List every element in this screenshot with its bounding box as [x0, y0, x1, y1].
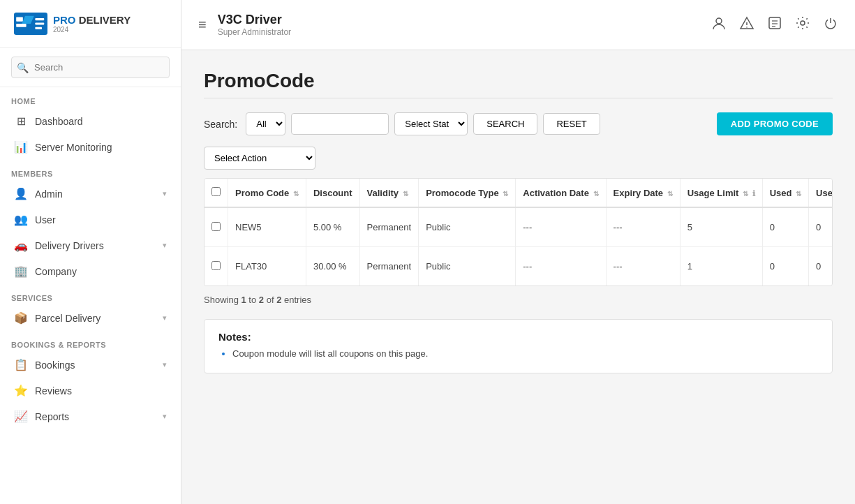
- promo-code-table-wrap: Promo Code ⇅ Discount Validity ⇅ Promoco…: [204, 178, 833, 286]
- sort-validity-icon[interactable]: ⇅: [403, 190, 408, 198]
- sidebar-item-parcel-delivery-label: Parcel Delivery: [35, 313, 101, 324]
- alert-icon[interactable]: [739, 15, 754, 34]
- row2-checkbox[interactable]: [211, 261, 221, 270]
- sidebar-item-company[interactable]: 🏢 Company: [0, 258, 181, 284]
- reports-icon: 📈: [14, 410, 28, 423]
- sidebar-item-admin[interactable]: 👤 Admin ▾: [0, 181, 181, 207]
- search-button[interactable]: SEARCH: [473, 113, 537, 135]
- sort-usage-icon[interactable]: ⇅: [743, 190, 748, 198]
- logo-icon: [14, 11, 47, 36]
- col-usage-limit: Usage Limit ⇅ ℹ: [680, 179, 762, 207]
- notes-title: Notes:: [218, 331, 818, 343]
- col-activation-date: Activation Date ⇅: [516, 179, 606, 207]
- col-checkbox: [205, 179, 228, 207]
- sidebar-item-user-label: User: [35, 214, 56, 225]
- select-all-checkbox[interactable]: [211, 187, 221, 196]
- row1-checkbox-cell: [205, 207, 228, 247]
- row2-validity: Permanent: [359, 247, 419, 286]
- showing-info: Showing 1 to 2 of 2 entries: [204, 295, 833, 305]
- row1-activation-date: ---: [516, 207, 606, 247]
- search-bar: Search: All Select Stat SEARCH RESET ADD…: [204, 112, 833, 135]
- row2-discount: 30.00 %: [306, 247, 359, 286]
- server-monitoring-icon: 📊: [14, 140, 28, 154]
- sort-type-icon[interactable]: ⇅: [503, 190, 508, 198]
- sidebar-search-input[interactable]: [11, 57, 170, 78]
- svg-point-10: [746, 27, 748, 28]
- row1-validity: Permanent: [359, 207, 419, 247]
- row1-expiry-date: ---: [606, 207, 680, 247]
- header-title-wrap: V3C Driver Super Administrator: [218, 13, 700, 37]
- company-icon: 🏢: [14, 265, 28, 278]
- reviews-icon: ⭐: [14, 384, 28, 397]
- sidebar-item-server-monitoring[interactable]: 📊 Server Monitoring: [0, 134, 181, 160]
- row2-type: Public: [419, 247, 516, 286]
- select-action-dropdown[interactable]: Select Action: [204, 147, 315, 170]
- section-home-label: HOME: [0, 87, 181, 108]
- svg-point-7: [716, 18, 722, 24]
- col-discount: Discount: [306, 179, 359, 207]
- svg-rect-1: [16, 17, 23, 21]
- sidebar-item-bookings-label: Bookings: [35, 360, 75, 371]
- user-profile-icon[interactable]: [711, 15, 727, 34]
- row2-expiry-date: ---: [606, 247, 680, 286]
- search-label: Search:: [204, 119, 237, 130]
- gear-icon[interactable]: [795, 15, 810, 34]
- sort-expiry-icon[interactable]: ⇅: [667, 190, 673, 198]
- sidebar-item-reports-label: Reports: [35, 411, 69, 422]
- notes-box: Notes: Coupon module will list all coupo…: [204, 319, 833, 373]
- sidebar-item-parcel-delivery[interactable]: 📦 Parcel Delivery ▾: [0, 305, 181, 331]
- row1-promo-code: NEW5: [228, 207, 306, 247]
- header: ≡ V3C Driver Super Administrator: [181, 0, 855, 50]
- reset-button[interactable]: RESET: [543, 113, 600, 135]
- notes-list: Coupon module will list all coupons on t…: [218, 348, 818, 359]
- row2-usage-limit: 1: [680, 247, 762, 286]
- delivery-drivers-icon: 🚗: [14, 239, 28, 252]
- notes-item: Coupon module will list all coupons on t…: [232, 348, 818, 359]
- menu-icon[interactable]: ≡: [198, 17, 207, 33]
- sidebar-item-reports[interactable]: 📈 Reports ▾: [0, 403, 181, 429]
- svg-rect-4: [35, 18, 44, 20]
- dashboard-icon: ⊞: [14, 114, 28, 128]
- main: ≡ V3C Driver Super Administrator PromoC: [181, 0, 855, 504]
- add-promo-code-button[interactable]: ADD PROMO CODE: [717, 112, 833, 135]
- sidebar-item-reviews[interactable]: ⭐ Reviews: [0, 378, 181, 403]
- table-header: Promo Code ⇅ Discount Validity ⇅ Promoco…: [205, 179, 833, 207]
- sort-activation-icon[interactable]: ⇅: [593, 190, 599, 198]
- admin-icon: 👤: [14, 187, 28, 200]
- chevron-down-icon-4: ▾: [163, 360, 167, 369]
- sidebar-item-server-monitoring-label: Server Monitoring: [35, 142, 112, 153]
- sort-used-icon[interactable]: ⇅: [796, 190, 801, 198]
- search-icon: 🔍: [17, 62, 29, 73]
- promo-code-table: Promo Code ⇅ Discount Validity ⇅ Promoco…: [205, 179, 833, 286]
- user-icon: 👥: [14, 213, 28, 226]
- header-actions: [711, 15, 838, 34]
- col-promo-code: Promo Code ⇅: [228, 179, 306, 207]
- notes-icon[interactable]: [767, 15, 782, 34]
- search-type-select[interactable]: All: [246, 112, 285, 135]
- sidebar-item-bookings[interactable]: 📋 Bookings ▾: [0, 352, 181, 378]
- chevron-down-icon: ▾: [163, 189, 167, 198]
- col-promocode-type: Promocode Type ⇅: [419, 179, 516, 207]
- logo-text: PRO DELIVERY: [53, 14, 131, 26]
- sidebar-item-user[interactable]: 👥 User: [0, 207, 181, 232]
- sidebar-item-delivery-drivers-label: Delivery Drivers: [35, 240, 104, 251]
- sort-promo-code-icon[interactable]: ⇅: [293, 190, 299, 198]
- table-row: NEW5 5.00 % Permanent Public --- --- 5 0…: [205, 207, 833, 247]
- chevron-down-icon-2: ▾: [163, 241, 167, 250]
- row1-used: 0: [762, 207, 808, 247]
- row1-checkbox[interactable]: [211, 222, 221, 231]
- svg-rect-6: [35, 27, 42, 29]
- search-status-select[interactable]: Select Stat: [394, 112, 468, 135]
- sidebar-item-reviews-label: Reviews: [35, 385, 72, 396]
- header-subtitle: Super Administrator: [218, 27, 700, 37]
- search-text-input[interactable]: [291, 113, 389, 135]
- sidebar-item-delivery-drivers[interactable]: 🚗 Delivery Drivers ▾: [0, 232, 181, 258]
- sidebar: PRO DELIVERY 2024 🔍 HOME ⊞ Dashboard 📊 S…: [0, 0, 181, 504]
- page-title: PromoCode: [204, 70, 833, 92]
- svg-rect-5: [35, 22, 44, 24]
- sidebar-logo: PRO DELIVERY 2024: [0, 0, 181, 48]
- action-row: Select Action: [204, 147, 833, 170]
- power-icon[interactable]: [823, 15, 838, 34]
- sidebar-item-dashboard[interactable]: ⊞ Dashboard: [0, 108, 181, 134]
- chevron-down-icon-5: ▾: [163, 412, 167, 421]
